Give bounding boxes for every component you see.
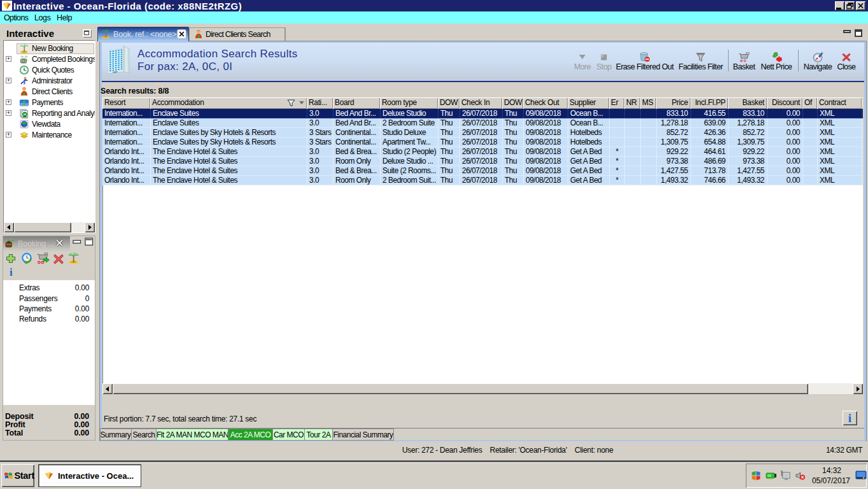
svg-text:$: $ [23, 99, 26, 106]
